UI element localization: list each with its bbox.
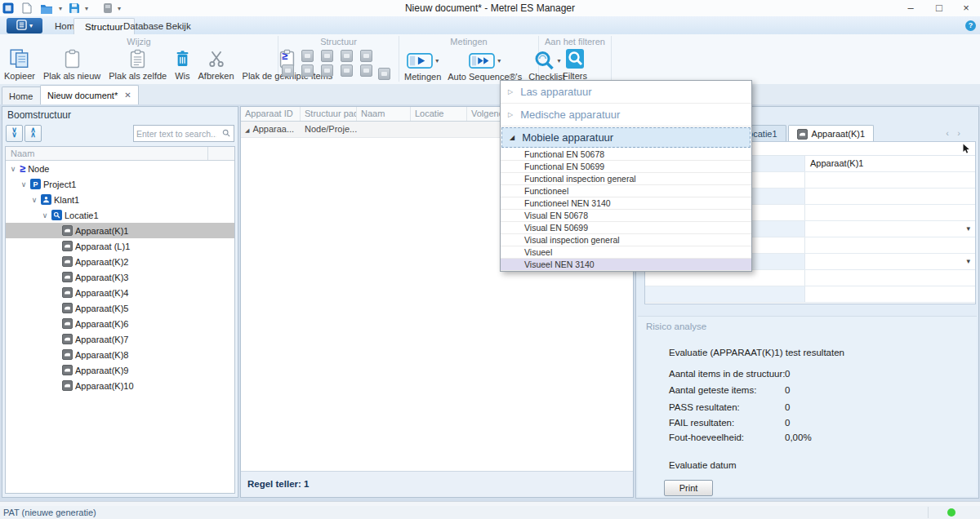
tree-item-apparaat-k-4[interactable]: Apparaat(K)4 — [6, 285, 234, 300]
grid-column-naam[interactable]: Naam — [357, 107, 411, 121]
property-row[interactable] — [645, 286, 975, 303]
tree-item-label: Apparaat(K)5 — [75, 304, 128, 313]
tree-item-apparaat-k-10[interactable]: Apparaat(K)10 — [6, 378, 234, 393]
plak-als-nieuw-button[interactable]: Plak als nieuw — [39, 47, 105, 82]
close-tab-icon[interactable]: ✕ — [124, 91, 131, 100]
dropdown-item-visueel-nen-3140[interactable]: Visueel NEN 3140 — [501, 259, 751, 271]
tab-scroll-right-icon[interactable]: › — [957, 129, 960, 138]
dropdown-item-visual-inspection-general[interactable]: Visual inspection general — [501, 234, 751, 246]
grid-column-locatie[interactable]: Locatie — [411, 107, 467, 121]
tab-bekijk[interactable]: Bekijk — [155, 18, 202, 34]
expand-chevron-icon[interactable]: ∨ — [41, 211, 49, 220]
property-value-cell[interactable] — [805, 270, 975, 286]
expand-all-button[interactable]: ∨∨ — [6, 125, 23, 142]
property-value-cell[interactable] — [805, 286, 975, 302]
apparaat-element-icon[interactable] — [321, 50, 333, 62]
node-element-icon[interactable]: ≥ — [282, 51, 301, 61]
search-icon[interactable] — [219, 129, 234, 139]
row-expand-icon[interactable]: ◢ — [245, 127, 249, 133]
appliance-element-icon[interactable] — [341, 50, 353, 62]
tree-item-apparaat-k-8[interactable]: Apparaat(K)8 — [6, 347, 234, 362]
dropdown-item-functional-en-50678[interactable]: Functional EN 50678 — [501, 149, 751, 161]
dropdown-group-mobiele-apparatuur[interactable]: ◢Mobiele apparatuur — [501, 127, 751, 148]
property-value-cell[interactable] — [805, 172, 975, 188]
machine-element-icon[interactable] — [360, 50, 372, 62]
dropdown-group-las-apparatuur[interactable]: ▷Las apparatuur — [501, 81, 751, 104]
afbreken-button[interactable]: Afbreken — [194, 47, 238, 82]
dropdown-item-visual-en-50699[interactable]: Visual EN 50699 — [501, 222, 751, 234]
print-button[interactable]: Print — [664, 480, 713, 496]
tree-item-apparaat-k-6[interactable]: Apparaat(K)6 — [6, 316, 234, 331]
dropdown-item-visueel[interactable]: Visueel — [501, 246, 751, 259]
ribbon-group-filteren: Aan het filteren Filters — [539, 36, 612, 82]
property-value-cell[interactable] — [805, 237, 975, 253]
close-button[interactable]: × — [954, 0, 978, 16]
auto-sequences-button[interactable]: ▾ Auto Sequence®'s — [444, 47, 525, 82]
dropdown-caret-icon[interactable]: ▾ — [966, 254, 970, 269]
expand-chevron-icon[interactable]: ∨ — [30, 196, 38, 204]
risico-title: Risico analyse — [646, 322, 706, 331]
doc-tab-nieuw-document[interactable]: Nieuw document*✕ — [40, 85, 139, 104]
filters-button[interactable]: Filters — [559, 47, 591, 82]
apparaat-icon — [62, 334, 73, 344]
tree-item-project1[interactable]: ∨PProject1 — [6, 176, 234, 192]
dropdown-item-functioneel-nen-3140[interactable]: Functioneel NEN 3140 — [501, 197, 751, 210]
tree-search-input[interactable] — [134, 129, 219, 139]
tree-toolbar: ∨∨ ∧∧ — [2, 123, 238, 145]
tree-item-apparaat-l-1[interactable]: Apparaat (L)1 — [6, 238, 234, 254]
tree-item-locatie1[interactable]: ∨Locatie1 — [6, 207, 234, 223]
dropdown-group-label: Medische apparatuur — [520, 109, 620, 121]
medical-element-icon[interactable] — [360, 64, 372, 77]
ribbon-group-wijzig: Wijzig Kopieer Plak als nieuw Plak als z… — [0, 36, 278, 82]
expand-chevron-icon[interactable]: ∨ — [9, 165, 17, 173]
app-menu-button[interactable]: ▾ — [7, 18, 42, 33]
maximize-button[interactable]: □ — [927, 0, 951, 16]
help-icon[interactable]: ? — [965, 20, 976, 31]
dropdown-caret-icon[interactable]: ▾ — [435, 57, 439, 64]
expanded-triangle-icon: ◢ — [510, 134, 514, 141]
tree-search-box — [133, 125, 234, 142]
grid-column-structuur-pad[interactable]: Structuur pad — [301, 107, 357, 121]
tree-column-header[interactable]: Naam — [11, 149, 34, 158]
plak-als-zelfde-button[interactable]: Plak als zelfde — [105, 47, 171, 82]
tree-item-apparaat-k-5[interactable]: Apparaat(K)5 — [6, 300, 234, 316]
apparaat-alt-element-icon[interactable] — [282, 64, 294, 77]
project-element-icon[interactable] — [301, 50, 314, 62]
risico-label: FAIL resultaten: — [669, 418, 734, 428]
wis-button[interactable]: Wis — [171, 47, 194, 82]
tree-item-apparaat-k-7[interactable]: Apparaat(K)7 — [6, 331, 234, 347]
dropdown-group-medische-apparatuur[interactable]: ▷Medische apparatuur — [501, 104, 751, 126]
metingen-button[interactable]: ▾ Metingen — [401, 47, 444, 82]
dropdown-item-functional-en-50699[interactable]: Functional EN 50699 — [501, 161, 751, 173]
tab-scroll-left-icon[interactable]: ‹ — [946, 129, 949, 138]
tab-apparaat-k1[interactable]: Apparaat(K)1 — [788, 125, 874, 142]
dropdown-item-visual-en-50678[interactable]: Visual EN 50678 — [501, 210, 751, 222]
dropdown-item-functional-inspection-general[interactable]: Functional inspection general — [501, 173, 751, 185]
property-value-cell[interactable] — [805, 189, 975, 204]
tree-item-klant1[interactable]: ∨Klant1 — [6, 192, 234, 207]
dropdown-item-functioneel[interactable]: Functioneel — [501, 185, 751, 197]
tree-item-apparaat-k-1[interactable]: Apparaat(K)1 — [6, 223, 234, 238]
tree-item-apparaat-k-2[interactable]: Apparaat(K)2 — [6, 254, 234, 269]
elements-element-icon[interactable] — [378, 68, 390, 80]
minimize-button[interactable]: – — [898, 0, 923, 16]
dropdown-caret-icon[interactable]: ▾ — [966, 221, 970, 237]
tree-item-node[interactable]: ∨≥Node — [6, 161, 234, 176]
kopieer-button[interactable]: Kopieer — [0, 47, 39, 82]
property-value-cell[interactable] — [805, 205, 975, 220]
welding-element-icon[interactable] — [341, 64, 353, 77]
property-value-cell[interactable]: ▾ — [805, 254, 975, 269]
tree-item-apparaat-k-3[interactable]: Apparaat(K)3 — [6, 269, 234, 285]
tree-item-apparaat-k-9[interactable]: Apparaat(K)9 — [6, 362, 234, 378]
klant-element-icon[interactable] — [321, 64, 333, 77]
locatie-element-icon[interactable] — [301, 64, 314, 77]
collapse-all-button[interactable]: ∧∧ — [24, 125, 42, 142]
tree-item-label: Klant1 — [54, 195, 79, 205]
grid-column-apparaat-id[interactable]: Apparaat ID — [241, 107, 301, 121]
expand-chevron-icon[interactable]: ∨ — [20, 180, 28, 189]
property-row[interactable] — [645, 270, 975, 286]
property-value-cell[interactable]: Apparaat(K)1 — [805, 156, 975, 171]
dropdown-group-label: Las apparatuur — [520, 86, 591, 98]
dropdown-caret-icon[interactable]: ▾ — [497, 57, 501, 64]
property-value-cell[interactable]: ▾ — [805, 221, 975, 237]
